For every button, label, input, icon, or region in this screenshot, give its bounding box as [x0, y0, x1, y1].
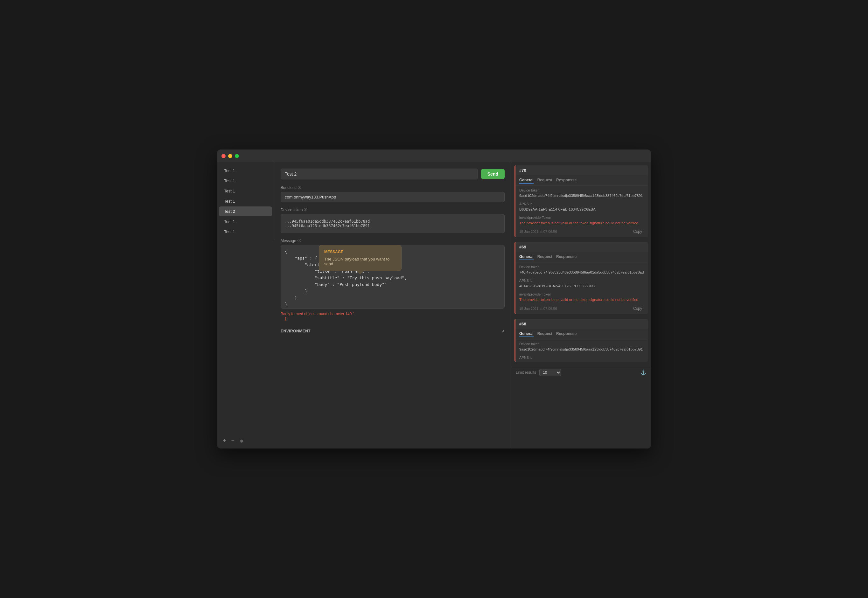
right-panel: #70 General Request Responsse Device tok… — [511, 162, 651, 448]
log-70-error: invalidproviderToken The provider token … — [515, 213, 648, 227]
log-tab-68-general[interactable]: General — [519, 331, 534, 337]
sidebar-item-5[interactable]: Test 2 — [219, 206, 272, 216]
log-tab-69-general[interactable]: General — [519, 254, 534, 260]
sidebar-item-6[interactable]: Test 1 — [219, 217, 272, 226]
log-item-70-header: #70 — [515, 165, 648, 175]
close-button[interactable] — [221, 154, 226, 158]
log-69-device-token: Device token 740f4707bebcf74f9b7c25d48e3… — [515, 262, 648, 276]
notification-name-input[interactable] — [281, 169, 478, 179]
minimize-button[interactable] — [228, 154, 232, 158]
environment-header: ENVIRONMENT ∧ — [281, 326, 504, 336]
log-69-apns-id: APNS id 461482CB-81B0-BCA2-49EE-5E7E0956… — [515, 276, 648, 290]
add-notification-button[interactable]: + — [221, 436, 227, 446]
log-item-70: #70 General Request Responsse Device tok… — [515, 165, 648, 237]
sidebar-list: Test 1 Test 1 Test 1 Test 1 Test 2 Test … — [217, 162, 274, 240]
bundle-id-label: Bundle id ⓘ — [281, 185, 504, 190]
log-item-68-header: #68 — [515, 319, 648, 329]
environment-chevron-icon[interactable]: ∧ — [502, 329, 505, 333]
sidebar-item-1[interactable]: Test 1 — [219, 166, 272, 176]
log-69-footer: 19 Jan 2021 at 07:06:56 Copy — [515, 304, 648, 314]
message-info-icon[interactable]: ⓘ — [298, 238, 301, 243]
device-token-label: Device token ⓘ — [281, 208, 504, 212]
sidebar-item-3[interactable]: Test 1 — [219, 186, 272, 196]
send-button[interactable]: Send — [481, 169, 504, 179]
remove-notification-button[interactable]: − — [230, 436, 236, 446]
log-tab-69-response[interactable]: Responsse — [556, 254, 576, 260]
main-content: Test 1 Test 1 Test 1 Test 1 Test 2 Test … — [217, 162, 651, 448]
log-item-68: #68 General Request Responsse Device tok… — [515, 319, 648, 362]
device-token-info-icon[interactable]: ⓘ — [304, 208, 307, 212]
message-label: Message ⓘ — [281, 238, 504, 243]
sidebar: Test 1 Test 1 Test 1 Test 1 Test 2 Test … — [217, 162, 274, 448]
log-tab-69-request[interactable]: Request — [537, 254, 552, 260]
app-window: Test 1 Test 1 Test 1 Test 1 Test 2 Test … — [217, 150, 651, 448]
log-item-69-header: #69 — [515, 242, 648, 252]
log-70-footer: 19 Jan 2021 at 07:06:56 Copy — [515, 227, 648, 237]
limit-select[interactable]: 10 25 50 100 — [539, 369, 561, 376]
message-error: Badly formed object around character 149… — [281, 312, 504, 321]
log-tab-70-request[interactable]: Request — [537, 177, 552, 184]
duplicate-notification-button[interactable]: ⊕ — [238, 437, 245, 445]
bundle-id-info-icon[interactable]: ⓘ — [298, 185, 301, 190]
log-item-69: #69 General Request Responsse Device tok… — [515, 242, 648, 314]
log-70-copy-button[interactable]: Copy — [631, 229, 644, 235]
log-item-68-tabs: General Request Responsse — [515, 329, 648, 339]
log-68-device-token: Device token 9asd102dmadcf74f9cmnalsdje3… — [515, 339, 648, 353]
log-70-apns-id: APNS id B63D92AA-1EF3-E114-0FEB-1034C29C… — [515, 199, 648, 213]
log-69-error: invalidproviderToken The provider token … — [515, 290, 648, 303]
title-bar — [217, 150, 651, 162]
sidebar-item-2[interactable]: Test 1 — [219, 176, 272, 186]
sidebar-footer: + − ⊕ — [217, 436, 274, 446]
bundle-id-input[interactable] — [281, 192, 504, 202]
maximize-button[interactable] — [235, 154, 239, 158]
tooltip-box: MESSAGE The JSON payload that you want t… — [319, 245, 401, 271]
environment-section: ENVIRONMENT ∧ — [281, 326, 504, 336]
tooltip-arrow — [356, 271, 364, 275]
tooltip-title: MESSAGE — [324, 250, 396, 254]
log-tab-68-response[interactable]: Responsse — [556, 331, 576, 337]
log-item-69-tabs: General Request Responsse — [515, 252, 648, 262]
log-70-device-token: Device token 9asd102dmadcf74f9cmnalsdje3… — [515, 186, 648, 199]
log-tab-70-general[interactable]: General — [519, 177, 534, 184]
device-token-value[interactable]: ...945f6aa01da5ddb387462c7eaf61bb78ad ..… — [281, 214, 504, 233]
log-68-apns-id: APNS id — [515, 353, 648, 362]
log-tab-68-request[interactable]: Request — [537, 331, 552, 337]
log-69-copy-button[interactable]: Copy — [631, 306, 644, 311]
sidebar-item-4[interactable]: Test 1 — [219, 196, 272, 206]
bundle-id-section: Bundle id ⓘ — [281, 185, 504, 202]
device-token-section: Device token ⓘ ...945f6aa01da5ddb387462c… — [281, 208, 504, 233]
anchor-icon[interactable]: ⚓ — [640, 369, 647, 375]
log-tab-70-response[interactable]: Responsse — [556, 177, 576, 184]
notification-name-row: Send — [281, 169, 504, 179]
limit-row: Limit results 10 25 50 100 ⚓ — [511, 367, 651, 378]
sidebar-item-7[interactable]: Test 1 — [219, 227, 272, 237]
tooltip-text: The JSON payload that you want to send — [324, 257, 396, 266]
message-tooltip: MESSAGE The JSON payload that you want t… — [319, 245, 401, 271]
log-item-70-tabs: General Request Responsse — [515, 175, 648, 186]
center-panel: Send Bundle id ⓘ Device token ⓘ ...945f6… — [274, 162, 511, 448]
